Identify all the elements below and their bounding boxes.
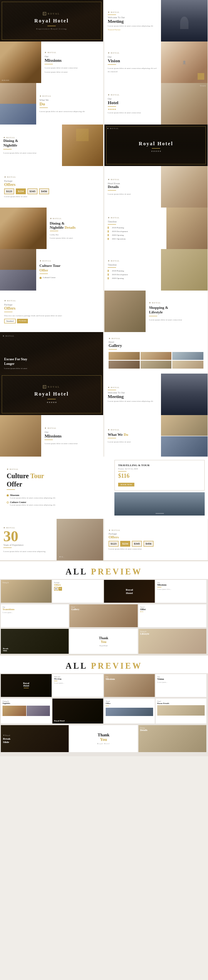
- slide-timeline-2: ★ Royal Timeline 2018 Planning 2019 Deve…: [104, 249, 208, 291]
- dark-prev-1-content: RoyalHotel: [1, 674, 52, 697]
- hotel-text: Lorem ipsum dolor sit amet consectetur: [108, 111, 158, 115]
- welcome2-left: ★ Royal Welcome To Our Meeting Lorem ips…: [104, 374, 161, 415]
- tl2-label: Timeline: [108, 264, 158, 266]
- wwd2-img2: [161, 436, 208, 457]
- gallery-content: ★ Royal Hotel Gallery: [104, 332, 208, 374]
- culture-title: Culture TourOffer: [40, 264, 100, 273]
- missions2-content: ★ Royal Our Missions Lorem ipsum dolor s…: [41, 415, 103, 457]
- tl2-logo: ★ Royal: [108, 259, 158, 262]
- excuse-title: Excuse For StayLonger: [4, 357, 27, 366]
- culture-big-content: ★ Royal Culture Tour Offer Museum Lorem …: [0, 457, 114, 519]
- dark-prev-2-text: Lorem ipsum...: [54, 682, 102, 684]
- dp6-title: Royal Hotel: [54, 720, 102, 722]
- deco: [45, 440, 53, 440]
- wwd2-text: Lorem ipsum dolor sit amet: [108, 440, 158, 444]
- logo-icon-3: R: [43, 385, 46, 389]
- deco: [3, 149, 12, 149]
- dark-prev-4: Our Vision Lorem ipsum...: [156, 674, 206, 697]
- pkg-title: Offers: [4, 306, 99, 310]
- gallery-img-1: [109, 352, 140, 360]
- dark-deco-2: [54, 681, 57, 681]
- all-preview-header-1: ALL PREVIEW: [0, 560, 208, 579]
- culture-logo: ★ Royal: [40, 259, 100, 262]
- tl2-image: [161, 249, 208, 291]
- missions-image: 08.08.2020: [0, 42, 41, 83]
- deco: [108, 390, 116, 390]
- travel-deco: [118, 471, 126, 472]
- slide-package-sm: ★ Royal Package Offers Discover our excl…: [0, 291, 103, 332]
- dp-img-1-content: Dining Details: [139, 725, 206, 733]
- deco: [40, 274, 48, 274]
- dp7-title: Offer: [106, 702, 153, 704]
- dark-prev-3-content: Our Missions: [104, 674, 155, 682]
- prev-2: Package Offers $1 $2: [52, 580, 103, 603]
- prices2-text: Lorem ipsum dolor sit amet consectetur: [109, 547, 203, 551]
- prev-8-title: BreakSlide: [3, 648, 67, 652]
- offer-word: Offer: [7, 481, 22, 488]
- museum-content: Museum Lorem ipsum dolor sit amet consec…: [10, 494, 55, 499]
- all-word-1: ALL: [66, 567, 87, 576]
- culture-content: ★ Royal Culture TourOffer Cultural Cente…: [36, 249, 103, 291]
- dark-prev-5-content: Dining & Nightlife: [1, 699, 52, 718]
- num30-label: Years of Experience: [3, 544, 53, 546]
- shop-text: Lorem ipsum dolor sit amet consectetur: [149, 318, 204, 322]
- slide-missions-2: ★ Royal Our Missions Lorem ipsum dolor s…: [0, 415, 103, 457]
- imgstack-layout: ★ Royal Dining &Nightlife Details Lobby …: [0, 208, 103, 249]
- prev-2-title: Offers: [54, 584, 102, 586]
- price-3: $345: [27, 188, 37, 194]
- wwd-title: Do: [40, 101, 100, 106]
- slide-gallery-sm: ★ Royal Hotel Gallery: [104, 332, 208, 374]
- prices2-content: ★ Royal Package Offers $123 $234 $345 $4…: [104, 519, 208, 560]
- gallery-img-6: [172, 361, 203, 369]
- prev-3: RoyalHotel: [104, 580, 155, 603]
- slide-prices-1: ★ Royal Package Offers $123 $234 $345 $4…: [0, 166, 103, 208]
- pkg-text: Discover our exclusive package deals and…: [4, 314, 99, 318]
- num30-image: ★ B...: [57, 519, 103, 560]
- dp-img-1-title: Details: [140, 729, 205, 731]
- travel-card: Travelling & Tour Promo: Jul 13-14, 2020…: [114, 460, 205, 491]
- dark-prev-4-content: Our Vision Lorem ipsum...: [156, 674, 206, 685]
- prev-7-price: $116: [140, 611, 205, 613]
- dark-prev-3: Our Missions: [104, 674, 155, 697]
- deco: [109, 349, 117, 349]
- prev-5-content: Our Transitions Lorem ipsum...: [1, 604, 69, 615]
- details-gold: Details: [64, 225, 76, 230]
- slide-royal-dark-2: ★ Royal ... Royal Hotel ★★★★★: [104, 125, 208, 166]
- deco: [108, 267, 116, 268]
- deco: [47, 399, 56, 399]
- prev-10: Dining & Lifestyle: [139, 629, 206, 654]
- culture-word: Culture: [7, 472, 30, 479]
- deco: [108, 438, 116, 438]
- hotel-logo: ★ Royal: [108, 93, 158, 96]
- prev-9: Thank You Royal Hotel: [69, 629, 137, 654]
- prev-10-content: Dining & Lifestyle: [139, 629, 206, 637]
- dark-prev-1-title: RoyalHotel: [23, 682, 30, 687]
- preview-word-gold-1: PREVIEW: [91, 567, 143, 576]
- missions-logo: ★ Royal: [45, 51, 100, 54]
- wwd-text: Lorem ipsum dolor sit amet consectetur a…: [40, 110, 100, 113]
- dp5-img2: [27, 706, 50, 716]
- preview-dark-grid: RoyalHotel Welcome Meeting Lorem ipsum..…: [0, 673, 208, 698]
- tl-4: 2021 Operations: [108, 238, 163, 240]
- prev-4-content: Our Missions Lorem ipsum dolor...: [156, 580, 206, 592]
- deco: [45, 64, 53, 64]
- logo-top: R ROYAL: [43, 12, 60, 15]
- row-number: ★ Royal 30 Years of Experience Lorem ips…: [0, 519, 208, 560]
- imgstack-main: [0, 208, 47, 249]
- dark-prev-4-title: Vision: [157, 678, 205, 680]
- preview-grid-3: BreakSlide Thank You Royal Hotel Dining …: [0, 628, 208, 655]
- price-4: $456: [39, 188, 49, 194]
- dark-prev-1: RoyalHotel: [1, 674, 52, 697]
- hotel-stars: ★★★★★: [108, 108, 158, 110]
- shop-title: Shopping &Lifestyle: [149, 305, 204, 315]
- dark-prev-8: Hotel Room Details: [156, 699, 206, 723]
- tl2-layout: ★ Royal Timeline 2018 Planning 2019 Deve…: [104, 249, 208, 291]
- dp8-title: Room Details: [157, 702, 205, 704]
- prev-5-title: Transitions: [2, 608, 67, 611]
- deco: [108, 15, 116, 15]
- shop-image: [104, 291, 146, 332]
- culture-big-title: Culture Tour Offer: [7, 472, 108, 488]
- all-preview-title-2: ALL PREVIEW: [0, 661, 208, 671]
- pkg-gold: Offers: [4, 306, 15, 310]
- vision-logo: ★ Royal: [108, 51, 158, 54]
